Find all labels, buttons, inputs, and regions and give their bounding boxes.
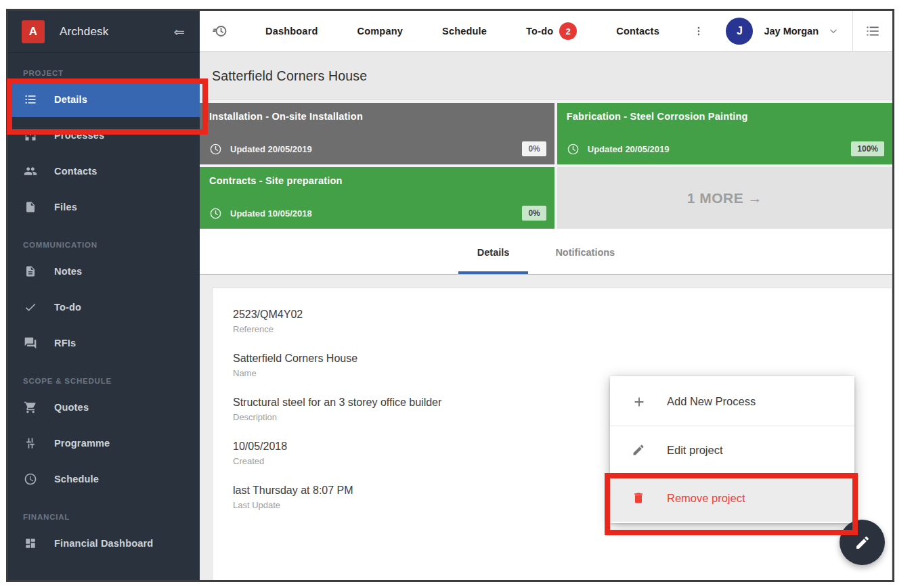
nav-dashboard[interactable]: Dashboard: [265, 26, 318, 37]
process-card-updated: Updated 10/05/2018: [230, 208, 522, 219]
process-card-installation[interactable]: Installation - On-site Installation Upda…: [200, 103, 554, 164]
task-list-icon[interactable]: [864, 22, 882, 40]
process-card-updated: Updated 20/05/2019: [588, 144, 852, 154]
note-icon: [23, 264, 38, 279]
screenshot-frame: A Archdesk ⇐ PROJECT Details Processes: [0, 0, 914, 588]
sidebar-collapse-icon[interactable]: ⇐: [173, 24, 185, 40]
section-label-scope-schedule: SCOPE & SCHEDULE: [8, 361, 200, 389]
sidebar-item-files[interactable]: Files: [8, 189, 200, 225]
field-value: 2523/QM4Y02: [233, 309, 871, 321]
sidebar-item-quotes[interactable]: Quotes: [8, 389, 200, 425]
trash-icon: [632, 491, 648, 505]
section-label-project: PROJECT: [8, 53, 200, 81]
nav-label: Contacts: [616, 26, 659, 37]
arrow-right-icon: →: [748, 190, 763, 206]
process-card-fabrication[interactable]: Fabrication - Steel Corrosion Painting U…: [557, 103, 892, 164]
process-card-contracts[interactable]: Contracts - Site preparation Updated 10/…: [200, 167, 554, 229]
field-label: Reference: [233, 324, 871, 334]
section-label-financial: FINANCIAL: [8, 497, 200, 525]
sidebar: A Archdesk ⇐ PROJECT Details Processes: [8, 11, 200, 580]
cart-icon: [23, 400, 38, 415]
sidebar-item-details[interactable]: Details: [8, 81, 200, 117]
process-cards-grid: Installation - On-site Installation Upda…: [200, 100, 892, 229]
plus-icon: [632, 394, 648, 409]
more-processes-label: 1 MORE →: [687, 190, 762, 206]
page-title: Satterfield Corners House: [212, 68, 367, 84]
file-icon: [23, 200, 38, 214]
progress-badge: 100%: [851, 141, 884, 156]
sidebar-item-label: Contacts: [54, 166, 97, 177]
page-title-band: Satterfield Corners House: [200, 52, 892, 100]
sidebar-item-label: Programme: [54, 438, 110, 449]
tab-bar: Details Notifications: [200, 229, 892, 275]
sidebar-item-label: To-do: [54, 302, 81, 313]
sidebar-logo-row: A Archdesk ⇐: [8, 11, 200, 53]
sidebar-item-label: Files: [54, 202, 77, 212]
history-icon[interactable]: [212, 23, 228, 39]
process-card-title: Installation - On-site Installation: [209, 111, 545, 122]
menu-item-edit-project[interactable]: Edit project: [610, 426, 854, 474]
todo-count-badge: 2: [559, 22, 577, 40]
sitemap-icon: [23, 128, 38, 143]
section-label-communication: COMMUNICATION: [8, 225, 200, 253]
nav-company[interactable]: Company: [357, 26, 403, 37]
pencil-icon: [632, 443, 648, 457]
tab-notifications[interactable]: Notifications: [546, 247, 624, 274]
sidebar-item-processes[interactable]: Processes: [8, 117, 200, 153]
sidebar-item-label: Schedule: [54, 474, 99, 484]
more-processes-card[interactable]: 1 MORE →: [557, 167, 892, 229]
process-card-title: Contracts - Site preparation: [209, 175, 545, 186]
field-name: Satterfield Corners House Name: [233, 353, 871, 378]
list-icon: [23, 92, 38, 107]
sidebar-item-label: Financial Dashboard: [54, 538, 153, 549]
sidebar-item-contacts[interactable]: Contacts: [8, 153, 200, 189]
sidebar-item-notes[interactable]: Notes: [8, 253, 200, 289]
check-icon: [23, 300, 38, 315]
people-icon: [23, 164, 38, 179]
sidebar-item-label: Quotes: [54, 402, 89, 413]
nav-label: Company: [357, 26, 403, 37]
dashboard-icon: [23, 536, 38, 551]
app-title: Archdesk: [60, 25, 173, 39]
nav-schedule[interactable]: Schedule: [442, 26, 487, 37]
menu-item-label: Edit project: [667, 444, 723, 457]
field-value: Satterfield Corners House: [233, 353, 871, 365]
sidebar-item-programme[interactable]: Programme: [8, 425, 200, 461]
nav-label: Dashboard: [265, 26, 318, 37]
clock-icon: [209, 207, 222, 220]
top-navigation-bar: Dashboard Company Schedule To-do 2 Conta…: [200, 11, 892, 52]
chat-icon: [23, 336, 38, 350]
tune-icon: [23, 436, 38, 451]
sidebar-item-label: Details: [54, 94, 87, 105]
sidebar-item-schedule[interactable]: Schedule: [8, 461, 200, 497]
clock-icon: [209, 143, 222, 156]
process-card-title: Fabrication - Steel Corrosion Painting: [567, 111, 883, 122]
edit-fab-button[interactable]: [840, 520, 885, 565]
sidebar-item-label: Processes: [54, 130, 104, 141]
more-menu-icon[interactable]: [693, 25, 705, 37]
nav-label: Schedule: [442, 26, 487, 37]
nav-label: To-do: [526, 26, 553, 37]
menu-item-add-new-process[interactable]: Add New Process: [610, 378, 854, 426]
tab-details[interactable]: Details: [468, 247, 519, 274]
menu-item-remove-project[interactable]: Remove project: [610, 474, 854, 522]
field-reference: 2523/QM4Y02 Reference: [233, 309, 871, 334]
project-context-menu: Add New Process Edit project Remove proj…: [610, 376, 854, 523]
nav-todo[interactable]: To-do 2: [526, 22, 577, 40]
user-avatar[interactable]: J: [726, 18, 753, 45]
user-name: Jay Morgan: [764, 26, 819, 37]
nav-contacts[interactable]: Contacts: [616, 26, 659, 37]
sidebar-item-rfis[interactable]: RFIs: [8, 325, 200, 361]
sidebar-item-label: Notes: [54, 266, 82, 277]
menu-item-label: Add New Process: [667, 395, 756, 408]
topbar-divider: [852, 11, 853, 52]
progress-badge: 0%: [522, 206, 546, 221]
sidebar-item-label: RFIs: [54, 338, 76, 348]
chevron-down-icon[interactable]: [828, 26, 839, 37]
clock-icon: [567, 143, 580, 156]
pencil-icon: [854, 535, 871, 551]
archdesk-logo-icon: A: [22, 20, 45, 43]
sidebar-item-todo[interactable]: To-do: [8, 289, 200, 325]
clock-icon: [23, 472, 38, 487]
sidebar-item-financial-dashboard[interactable]: Financial Dashboard: [8, 525, 200, 561]
